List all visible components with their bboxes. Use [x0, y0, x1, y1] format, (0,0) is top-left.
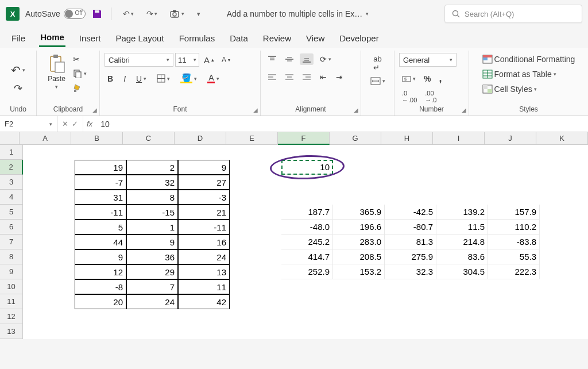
tab-review[interactable]: Review: [262, 30, 292, 47]
format-as-table-button[interactable]: Format as Table ▾: [479, 68, 559, 80]
formula-input[interactable]: 10: [96, 120, 588, 129]
cell-C11[interactable]: 24: [126, 294, 178, 309]
wrap-text-button[interactable]: ab↵: [370, 53, 384, 74]
row-header-12[interactable]: 12: [0, 309, 23, 324]
fx-icon[interactable]: fx: [83, 120, 96, 128]
select-all-corner[interactable]: [0, 132, 20, 145]
cell-D5[interactable]: 21: [178, 205, 230, 220]
bold-button[interactable]: B: [105, 72, 116, 85]
cell-B5[interactable]: -11: [75, 205, 126, 220]
column-header-C[interactable]: C: [123, 132, 175, 145]
row-header-11[interactable]: 11: [0, 294, 23, 309]
cell-J7[interactable]: -83.8: [488, 235, 540, 249]
column-header-F[interactable]: F: [278, 132, 330, 145]
row-header-1[interactable]: 1: [0, 145, 23, 160]
decrease-decimal-button[interactable]: .00→.0: [422, 88, 439, 105]
cell-F7[interactable]: 245.2: [281, 235, 333, 249]
align-bottom-button[interactable]: [300, 53, 314, 65]
toggle-switch[interactable]: Off: [64, 9, 86, 19]
tab-view[interactable]: View: [305, 30, 326, 47]
row-header-9[interactable]: 9: [0, 264, 23, 279]
cell-C10[interactable]: 7: [126, 279, 178, 294]
underline-button[interactable]: U ▾: [133, 72, 149, 85]
cell-I9[interactable]: 304.5: [436, 264, 488, 279]
font-color-button[interactable]: A ▾: [204, 72, 222, 85]
cell-C5[interactable]: -15: [126, 205, 178, 220]
copy-button[interactable]: ▾: [70, 67, 90, 80]
cell-J5[interactable]: 157.9: [488, 205, 540, 220]
cell-D2[interactable]: 9: [178, 160, 230, 175]
cell-F6[interactable]: -48.0: [281, 220, 333, 235]
cell-D8[interactable]: 24: [178, 249, 230, 264]
cell-C7[interactable]: 9: [126, 235, 178, 249]
undo-button[interactable]: ↶ ▾: [8, 62, 28, 79]
cell-I8[interactable]: 83.6: [436, 249, 488, 264]
cell-I5[interactable]: 139.2: [436, 205, 488, 220]
cut-button[interactable]: ✂: [70, 53, 90, 66]
tab-page-layout[interactable]: Page Layout: [114, 30, 165, 47]
cell-C8[interactable]: 36: [126, 249, 178, 264]
cell-D4[interactable]: -3: [178, 190, 230, 205]
font-launcher[interactable]: ◢: [253, 107, 258, 113]
italic-button[interactable]: I: [121, 72, 129, 85]
document-title[interactable]: Add a number to multiple cells in Ex… ▾: [227, 9, 369, 18]
number-format-select[interactable]: General▾: [399, 53, 457, 67]
clipboard-launcher[interactable]: ◢: [92, 107, 97, 113]
row-header-10[interactable]: 10: [0, 279, 23, 294]
font-name-select[interactable]: Calibri▾: [105, 53, 173, 67]
cell-H8[interactable]: 275.9: [385, 249, 436, 264]
cell-J8[interactable]: 55.3: [488, 249, 540, 264]
spreadsheet-grid[interactable]: ABCDEFGHIJK 12345678910111213 192910-732…: [0, 132, 588, 339]
cell-H6[interactable]: -80.7: [385, 220, 436, 235]
cell-G5[interactable]: 365.9: [333, 205, 385, 220]
cell-C6[interactable]: 1: [126, 220, 178, 235]
increase-indent-button[interactable]: ⇥: [333, 71, 346, 83]
merge-button[interactable]: ▾: [368, 75, 388, 87]
search-input[interactable]: Search (Alt+Q): [444, 5, 582, 23]
accounting-button[interactable]: $▾: [399, 73, 419, 84]
cell-B3[interactable]: -7: [75, 175, 126, 190]
comma-button[interactable]: ,: [436, 71, 444, 86]
cell-C4[interactable]: 8: [126, 190, 178, 205]
cell-C3[interactable]: 32: [126, 175, 178, 190]
cell-D7[interactable]: 16: [178, 235, 230, 249]
cell-J9[interactable]: 222.3: [488, 264, 540, 279]
row-header-13[interactable]: 13: [0, 324, 23, 339]
cell-I7[interactable]: 214.8: [436, 235, 488, 249]
alignment-launcher[interactable]: ◢: [354, 107, 358, 113]
align-right-button[interactable]: [300, 72, 314, 82]
cell-G9[interactable]: 153.2: [333, 264, 385, 279]
cell-C2[interactable]: 2: [126, 160, 178, 175]
redo-button[interactable]: ↷: [11, 80, 25, 97]
undo-dropdown[interactable]: ↶ ▾: [119, 7, 137, 21]
tab-developer[interactable]: Developer: [338, 30, 380, 47]
column-header-G[interactable]: G: [330, 132, 381, 145]
cell-F2[interactable]: 10: [281, 160, 333, 175]
cell-F9[interactable]: 252.9: [281, 264, 333, 279]
column-header-J[interactable]: J: [485, 132, 536, 145]
column-header-A[interactable]: A: [20, 132, 71, 145]
row-header-6[interactable]: 6: [0, 220, 23, 235]
increase-decimal-button[interactable]: .0←.00: [399, 88, 420, 105]
cell-D3[interactable]: 27: [178, 175, 230, 190]
cell-B8[interactable]: 9: [75, 249, 126, 264]
decrease-font-button[interactable]: A▾: [219, 54, 233, 66]
tab-data[interactable]: Data: [229, 30, 249, 47]
align-top-button[interactable]: [265, 53, 279, 65]
redo-dropdown[interactable]: ↷ ▾: [143, 7, 161, 21]
camera-dropdown[interactable]: ▾: [167, 7, 188, 20]
row-header-3[interactable]: 3: [0, 175, 23, 190]
cell-D11[interactable]: 42: [178, 294, 230, 309]
cell-B11[interactable]: 20: [75, 294, 126, 309]
align-left-button[interactable]: [265, 72, 279, 82]
cell-B9[interactable]: 12: [75, 264, 126, 279]
name-box[interactable]: F2 ▾: [0, 116, 57, 132]
cell-D6[interactable]: -11: [178, 220, 230, 235]
cell-B2[interactable]: 19: [75, 160, 126, 175]
increase-font-button[interactable]: A▴: [201, 53, 217, 67]
column-header-E[interactable]: E: [226, 132, 278, 145]
cell-B6[interactable]: 5: [75, 220, 126, 235]
percent-button[interactable]: %: [421, 72, 434, 85]
column-header-H[interactable]: H: [381, 132, 433, 145]
cell-I6[interactable]: 11.5: [436, 220, 488, 235]
